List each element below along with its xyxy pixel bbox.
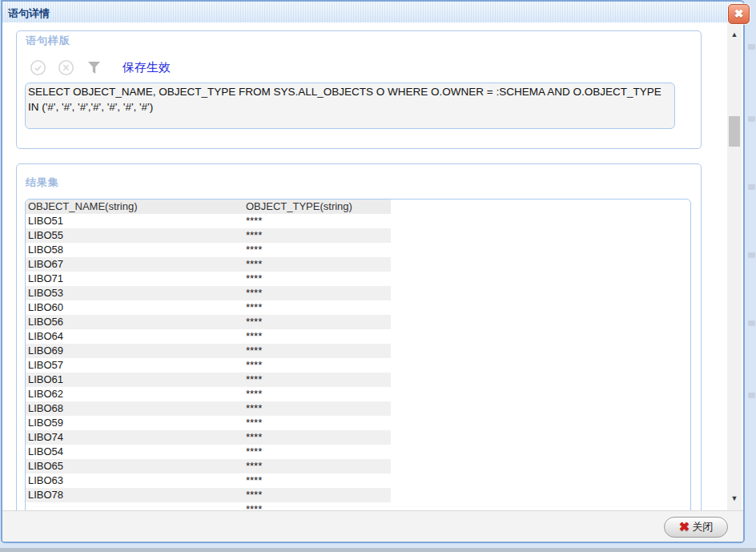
cell-object-name: LIBO64 <box>26 329 246 344</box>
cell-object-type: **** <box>246 300 391 315</box>
background-content-mark <box>748 320 755 326</box>
cell-object-name: LIBO74 <box>26 430 246 445</box>
cell-object-type: **** <box>246 344 391 358</box>
table-row[interactable]: LIBO57**** <box>26 358 391 373</box>
cell-object-type: **** <box>246 243 391 257</box>
result-set-panel: 结果集 OBJECT_NAME(string) OBJECT_TYPE(stri… <box>16 163 702 510</box>
table-row[interactable]: LIBO63**** <box>26 473 391 488</box>
result-table-body: LIBO51****LIBO55****LIBO58****LIBO67****… <box>26 214 690 510</box>
cell-object-type: **** <box>246 445 391 459</box>
cell-object-type: **** <box>246 387 391 401</box>
dialog-close-icon[interactable]: ✖ <box>728 4 750 24</box>
save-effective-link[interactable]: 保存生效 <box>123 60 171 75</box>
cell-object-name: LIBO61 <box>26 373 246 387</box>
cell-object-type: **** <box>246 358 391 373</box>
table-row[interactable]: **** <box>26 502 391 510</box>
cell-object-type: **** <box>246 430 391 445</box>
table-row[interactable]: LIBO65**** <box>26 459 391 473</box>
cell-object-name: LIBO54 <box>26 445 246 459</box>
accept-circle-icon[interactable] <box>30 59 46 76</box>
background-content-mark <box>748 116 755 122</box>
cell-object-type: **** <box>246 459 391 473</box>
filter-icon[interactable] <box>86 59 103 76</box>
dialog-body: 语句样版 <box>2 22 727 510</box>
cell-object-name: LIBO55 <box>26 228 246 243</box>
background-content-mark <box>748 393 755 398</box>
cell-object-name: LIBO58 <box>26 243 246 257</box>
cell-object-type: **** <box>246 488 391 502</box>
table-row[interactable]: LIBO62**** <box>26 387 391 401</box>
result-table-header: OBJECT_NAME(string) OBJECT_TYPE(string) <box>26 199 391 214</box>
statement-toolbar <box>30 59 111 77</box>
cell-object-type: **** <box>246 272 391 286</box>
table-row[interactable]: LIBO61**** <box>26 373 391 387</box>
cell-object-name: LIBO53 <box>26 286 246 300</box>
sql-statement-input[interactable]: SELECT OBJECT_NAME, OBJECT_TYPE FROM SYS… <box>25 83 675 129</box>
cell-object-type: **** <box>246 286 391 300</box>
table-row[interactable]: LIBO67**** <box>26 257 391 272</box>
scroll-down-icon[interactable]: ▼ <box>727 493 742 504</box>
table-row[interactable]: LIBO58**** <box>26 243 391 257</box>
dialog-titlebar: 语句详情 <box>2 2 743 22</box>
close-button-label: 关闭 <box>692 520 713 534</box>
cell-object-name: LIBO65 <box>26 459 246 473</box>
cell-object-name: LIBO69 <box>26 344 246 358</box>
cell-object-name <box>26 502 246 510</box>
table-row[interactable]: LIBO59**** <box>26 416 391 430</box>
cell-object-type: **** <box>246 502 391 510</box>
cell-object-type: **** <box>246 401 391 416</box>
cell-object-name: LIBO78 <box>26 488 246 502</box>
statement-detail-dialog: 语句详情 ✖ 语句样版 <box>1 0 745 543</box>
close-button[interactable]: ✖ 关闭 <box>664 517 728 538</box>
background-content-mark <box>748 184 755 190</box>
scroll-up-icon[interactable]: ▲ <box>727 29 742 40</box>
cell-object-name: LIBO56 <box>26 315 246 329</box>
table-row[interactable]: LIBO69**** <box>26 344 391 358</box>
cell-object-name: LIBO51 <box>26 214 246 228</box>
cell-object-type: **** <box>246 315 391 329</box>
table-row[interactable]: LIBO74**** <box>26 430 391 445</box>
cell-object-type: **** <box>246 214 391 228</box>
cell-object-name: LIBO71 <box>26 272 246 286</box>
dialog-footer: ✖ 关闭 <box>2 510 743 542</box>
cell-object-name: LIBO59 <box>26 416 246 430</box>
table-row[interactable]: LIBO78**** <box>26 488 391 502</box>
cell-object-type: **** <box>246 473 391 488</box>
cancel-circle-icon[interactable] <box>58 59 74 76</box>
dialog-title: 语句详情 <box>8 6 50 21</box>
scrollbar-thumb[interactable] <box>729 116 740 147</box>
background-content-mark <box>748 252 755 258</box>
cell-object-type: **** <box>246 329 391 344</box>
background-content-mark <box>748 44 755 50</box>
red-x-icon: ✖ <box>679 521 690 534</box>
cell-object-type: **** <box>246 257 391 272</box>
result-table: OBJECT_NAME(string) OBJECT_TYPE(string) … <box>25 199 691 510</box>
cell-object-name: LIBO57 <box>26 358 246 373</box>
column-header-object-name[interactable]: OBJECT_NAME(string) <box>26 199 246 214</box>
table-row[interactable]: LIBO64**** <box>26 329 391 344</box>
column-header-object-type[interactable]: OBJECT_TYPE(string) <box>246 199 391 214</box>
table-row[interactable]: LIBO71**** <box>26 272 391 286</box>
cell-object-name: LIBO68 <box>26 401 246 416</box>
vertical-scrollbar[interactable]: ▲ ▼ <box>727 22 742 510</box>
table-row[interactable]: LIBO54**** <box>26 445 391 459</box>
table-row[interactable]: LIBO51**** <box>26 214 391 228</box>
cell-object-name: LIBO67 <box>26 257 246 272</box>
cell-object-name: LIBO62 <box>26 387 246 401</box>
table-row[interactable]: LIBO56**** <box>26 315 391 329</box>
statement-template-title: 语句样版 <box>26 34 70 48</box>
cell-object-type: **** <box>246 373 391 387</box>
result-set-title: 结果集 <box>26 175 59 190</box>
page-background-strip <box>0 548 756 552</box>
table-row[interactable]: LIBO60**** <box>26 300 391 315</box>
table-row[interactable]: LIBO55**** <box>26 228 391 243</box>
cell-object-name: LIBO63 <box>26 473 246 488</box>
statement-template-panel: 语句样版 <box>16 30 702 149</box>
cell-object-name: LIBO60 <box>26 300 246 315</box>
cell-object-type: **** <box>246 228 391 243</box>
cell-object-type: **** <box>246 416 391 430</box>
table-row[interactable]: LIBO53**** <box>26 286 391 300</box>
table-row[interactable]: LIBO68**** <box>26 401 391 416</box>
